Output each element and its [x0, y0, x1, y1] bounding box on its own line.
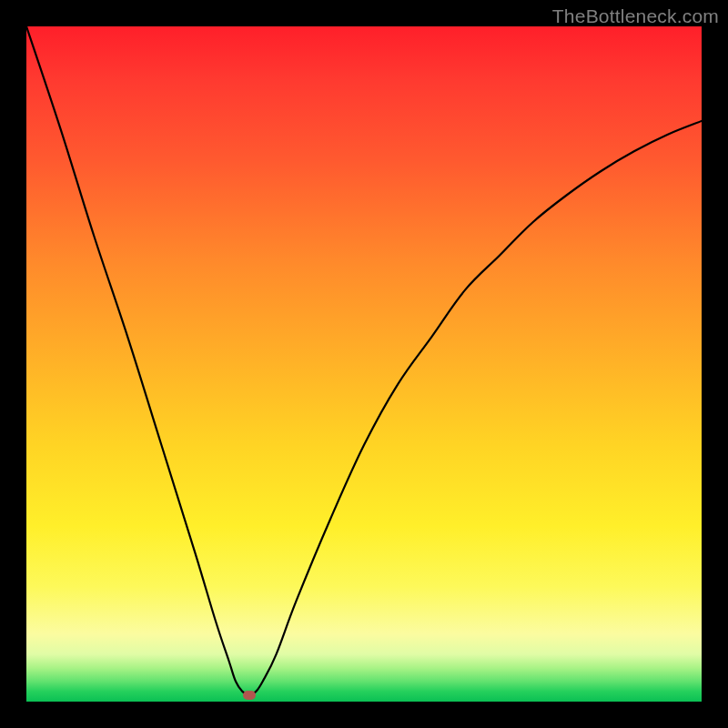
- plot-area: [26, 26, 702, 702]
- curve-path: [26, 26, 702, 695]
- chart-frame: TheBottleneck.com: [0, 0, 728, 728]
- optimum-marker: [243, 691, 256, 700]
- bottleneck-curve: [26, 26, 702, 702]
- watermark-text: TheBottleneck.com: [552, 5, 719, 27]
